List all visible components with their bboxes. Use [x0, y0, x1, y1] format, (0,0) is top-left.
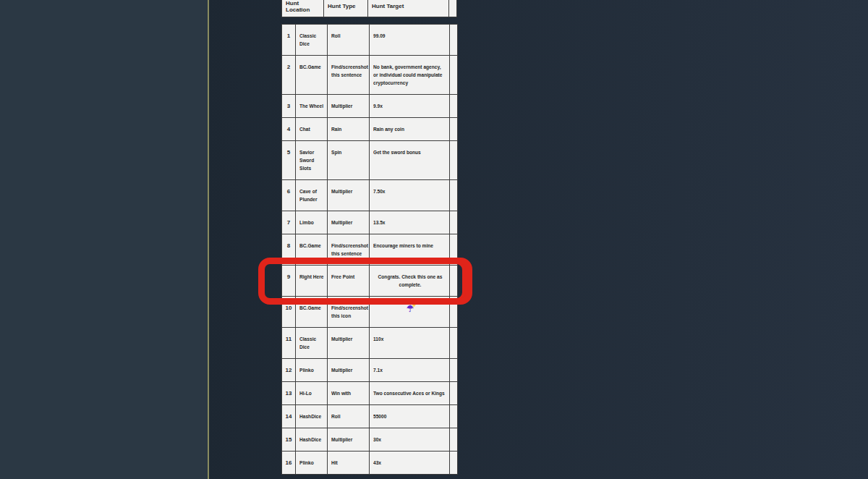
header-hunt-target: Hunt Target [368, 0, 449, 17]
table-row: 13 Hi-Lo Win with Two consecutive Aces o… [282, 382, 458, 405]
row-number-cell: 4 [282, 118, 296, 141]
hunt-location-text: Plinko [299, 459, 325, 467]
table-row: 2 BC.Game Find/screenshot this sentence … [282, 56, 458, 95]
hunt-target-cell: 110x [370, 328, 450, 359]
hunt-location-cell: Classic Dice [296, 25, 328, 56]
hunt-location-text: Savior Sword Slots [299, 148, 325, 172]
row-number-cell: 13 [282, 382, 296, 405]
row-end-spacer-cell [450, 118, 458, 141]
hunt-target-text: 7.50x [373, 187, 447, 195]
hunt-type-cell: Multiplier [328, 95, 370, 118]
row-number-cell: 3 [282, 95, 296, 118]
row-end-spacer-cell [450, 180, 458, 211]
row-end-spacer-cell [450, 428, 458, 452]
hunt-location-cell: Classic Dice [296, 328, 328, 359]
hunt-location-text: Classic Dice [299, 32, 325, 48]
table-row: 5 Savior Sword Slots Spin Get the sword … [282, 141, 458, 180]
hunt-location-cell: HashDice [296, 405, 328, 428]
hunt-location-cell: Hi-Lo [296, 382, 328, 405]
hunt-location-text: Hi-Lo [299, 389, 325, 397]
hunt-type-text: Multiplier [331, 187, 367, 195]
hunt-location-text: Classic Dice [299, 335, 325, 351]
table-row: 6 Cave of Plunder Multiplier 7.50x [282, 180, 458, 211]
row-number-cell: 1 [282, 25, 296, 56]
hunt-location-cell: Savior Sword Slots [296, 141, 328, 180]
hunt-target-text: 13.5x [373, 219, 447, 226]
row-end-spacer-cell [450, 25, 458, 56]
hunt-type-text: Hit [331, 459, 367, 467]
hunt-type-cell: Spin [328, 141, 370, 180]
row-end-spacer-cell [450, 56, 458, 95]
hunt-type-text: Find/screenshot this sentence [331, 242, 367, 258]
hunt-target-text: ☂⚡ [373, 304, 447, 315]
row-number-cell: 5 [282, 141, 296, 180]
hunt-location-text: BC.Game [299, 304, 325, 312]
hunt-target-cell: 43x [370, 452, 450, 475]
hunt-type-cell: Hit [328, 452, 370, 475]
row-end-spacer-cell [450, 382, 458, 405]
hunt-type-cell: Multiplier [328, 211, 370, 234]
hunt-type-cell: Multiplier [328, 180, 370, 211]
hunt-target-text: No bank, government agency, or individua… [373, 63, 447, 87]
hunt-location-cell: The Wheel [296, 95, 328, 118]
hunt-target-cell: 30x [370, 428, 450, 452]
hunt-type-cell: Rain [328, 118, 370, 141]
hunt-type-text: Spin [331, 148, 367, 156]
hunt-location-text: Plinko [299, 366, 325, 374]
row-number-cell: 16 [282, 452, 296, 475]
hunt-location-cell: Chat [296, 118, 328, 141]
hunt-type-text: Multiplier [331, 102, 367, 110]
hunt-type-text: Multiplier [331, 366, 367, 374]
table-row: 16 Plinko Hit 43x [282, 452, 458, 475]
row-number-cell: 15 [282, 428, 296, 452]
hunt-location-cell: Plinko [296, 359, 328, 382]
row-end-spacer-cell [450, 328, 458, 359]
hunt-location-text: Limbo [299, 219, 325, 226]
hunt-location-text: The Wheel [299, 102, 325, 110]
hunt-location-text: HashDice [299, 412, 325, 420]
hunt-type-text: Multiplier [331, 219, 367, 226]
row-end-spacer-cell [450, 405, 458, 428]
hunt-target-text: 110x [373, 335, 447, 343]
hunt-type-cell: Multiplier [328, 359, 370, 382]
hunt-target-cell: 99.09 [370, 25, 450, 56]
hunt-target-text: 43x [373, 459, 447, 467]
hunt-location-text: Chat [299, 125, 325, 133]
hunt-target-text: Encourage miners to mine [373, 242, 447, 250]
hunt-target-text: 55000 [373, 412, 447, 420]
table-row: 12 Plinko Multiplier 7.1x [282, 359, 458, 382]
left-panel [0, 0, 208, 479]
hunt-type-text: Win with [331, 389, 367, 397]
row-end-spacer-cell [450, 141, 458, 180]
row-end-spacer-cell [450, 359, 458, 382]
hunt-target-text: 99.09 [373, 32, 447, 40]
table-row: 11 Classic Dice Multiplier 110x [282, 328, 458, 359]
highlight-annotation [258, 258, 472, 305]
hunt-type-cell: Multiplier [328, 328, 370, 359]
hunt-location-text: BC.Game [299, 242, 325, 250]
hunt-location-cell: BC.Game [296, 56, 328, 95]
hunt-table: 1 Classic Dice Roll 99.09 2 BC.Game Find… [281, 24, 458, 475]
purple-umbrella-icon: ☂⚡ [407, 304, 414, 315]
table-row: 1 Classic Dice Roll 99.09 [282, 25, 458, 56]
header-spacer [449, 0, 456, 17]
row-number-cell: 14 [282, 405, 296, 428]
table-row: 14 HashDice Roll 55000 [282, 405, 458, 428]
hunt-target-cell: Rain any coin [370, 118, 450, 141]
hunt-target-text: Rain any coin [373, 125, 447, 133]
hunt-type-cell: Find/screenshot this sentence [328, 56, 370, 95]
hunt-type-text: Roll [331, 32, 367, 40]
hunt-table-header-row: Hunt Location Hunt Type Hunt Target [281, 0, 457, 17]
hunt-type-text: Roll [331, 412, 367, 420]
hunt-target-cell: 55000 [370, 405, 450, 428]
hunt-type-text: Find/screenshot this sentence [331, 63, 367, 79]
hunt-target-text: 30x [373, 436, 447, 444]
hunt-type-text: Find/screenshot this icon [331, 304, 367, 320]
hunt-target-cell: Get the sword bonus [370, 141, 450, 180]
row-end-spacer-cell [450, 452, 458, 475]
hunt-type-text: Multiplier [331, 335, 367, 343]
table-row: 4 Chat Rain Rain any coin [282, 118, 458, 141]
hunt-location-cell: Cave of Plunder [296, 180, 328, 211]
table-row: 15 HashDice Multiplier 30x [282, 428, 458, 452]
hunt-location-text: BC.Game [299, 63, 325, 71]
